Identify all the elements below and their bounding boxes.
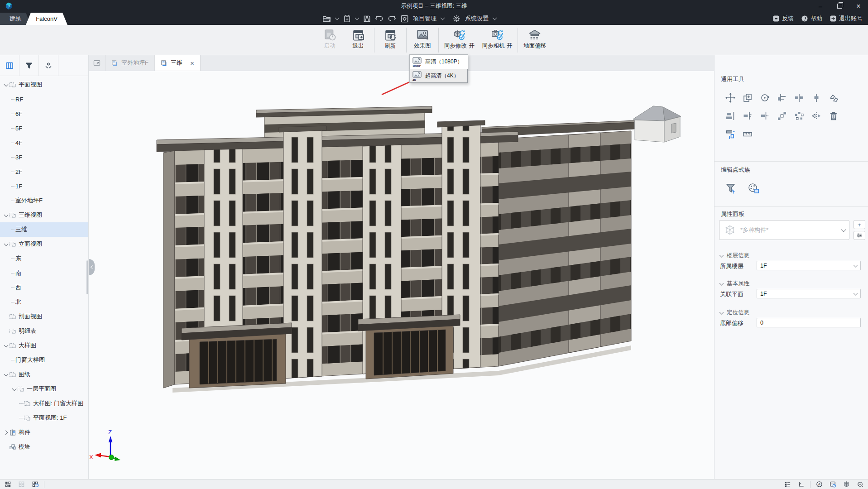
statusbar-grid-filled-button[interactable]: [5, 481, 11, 488]
floor-info-header[interactable]: 楼层信息: [720, 252, 749, 259]
bottom-offset-input[interactable]: 0: [757, 318, 861, 327]
position-info-header[interactable]: 定位信息: [720, 309, 749, 316]
statusbar-zoom-extents-button[interactable]: [857, 481, 863, 488]
chevron-down-icon[interactable]: [3, 243, 9, 245]
associated-plane-select[interactable]: 1F: [757, 289, 861, 298]
new-project-icon[interactable]: [343, 14, 351, 23]
tree-item-5F[interactable]: 5F: [0, 121, 88, 135]
render-image-button[interactable]: 效果图: [410, 27, 435, 50]
menu-item-hd-1080p[interactable]: 1080P 高清（1080P）: [410, 55, 468, 69]
sidebar-scrollbar[interactable]: [86, 260, 88, 294]
sync-modify-button[interactable]: 同步修改-开: [442, 27, 477, 50]
new-project-chevron-icon[interactable]: [355, 16, 360, 20]
statusbar-window-time-button[interactable]: [830, 481, 836, 488]
project-management-label[interactable]: 项目管理: [413, 14, 436, 23]
tool-rotate-button[interactable]: [756, 89, 773, 107]
logout-button[interactable]: 退出账号: [830, 14, 863, 23]
open-file-icon[interactable]: [322, 15, 331, 23]
view-cube[interactable]: [633, 106, 681, 142]
project-management-chevron-icon[interactable]: [441, 16, 445, 20]
chevron-right-icon[interactable]: [3, 431, 9, 434]
tree-item-4F[interactable]: 4F: [0, 135, 88, 150]
chevron-down-icon[interactable]: [3, 84, 9, 86]
undo-icon[interactable]: [375, 15, 384, 22]
save-icon[interactable]: [363, 15, 371, 23]
component-type-select[interactable]: *多种构件*: [719, 220, 849, 240]
tree-item-一层平面图[interactable]: 一层平面图: [0, 382, 88, 396]
sidebar-filter-button[interactable]: [19, 55, 39, 76]
tool-align-center-button[interactable]: [791, 89, 808, 107]
tree-item-RF[interactable]: RF: [0, 92, 88, 106]
tree-item-构件[interactable]: 构件: [0, 425, 88, 440]
tree-item-室外地坪F[interactable]: 室外地坪F: [0, 193, 88, 208]
tree-item-大样图: 门窗大样图[interactable]: 大样图: 门窗大样图: [0, 396, 88, 411]
open-file-chevron-icon[interactable]: [335, 16, 340, 20]
tree-item-北[interactable]: 北: [0, 295, 88, 309]
project-management-icon[interactable]: [400, 14, 409, 23]
statusbar-boundary-button[interactable]: [798, 481, 805, 488]
floor-select[interactable]: 1F: [757, 261, 861, 270]
tool-align-distribute-button[interactable]: [808, 89, 825, 107]
building-model[interactable]: Z X: [89, 71, 714, 479]
system-settings-icon[interactable]: [452, 14, 461, 23]
sidebar-locate-button[interactable]: [39, 55, 58, 76]
tree-item-图纸[interactable]: 图纸: [0, 367, 88, 382]
launch-button[interactable]: 启动: [317, 27, 342, 50]
tab-falconv[interactable]: FalconV: [26, 13, 67, 25]
redo-icon[interactable]: [388, 15, 396, 22]
chevron-down-icon[interactable]: [3, 345, 9, 347]
statusbar-grid-reset-button[interactable]: [32, 481, 38, 488]
tool-align-bottom-button[interactable]: [722, 107, 739, 125]
tool-mirror-button[interactable]: [808, 107, 825, 125]
chevron-down-icon[interactable]: [3, 374, 9, 376]
tree-item-剖面视图[interactable]: 剖面视图: [0, 309, 88, 324]
tree-item-大样图[interactable]: 大样图: [0, 338, 88, 353]
tool-copy-button[interactable]: [739, 89, 756, 107]
tree-item-平面视图: 1F[interactable]: 平面视图: 1F: [0, 411, 88, 425]
tab-architecture[interactable]: 建筑: [0, 13, 31, 25]
tree-item-2F[interactable]: 2F: [0, 164, 88, 179]
statusbar-auto-button[interactable]: [816, 481, 823, 488]
tree-item-南[interactable]: 南: [0, 266, 88, 280]
chevron-down-icon[interactable]: [3, 214, 9, 216]
refresh-button[interactable]: 刷新: [378, 27, 403, 50]
view-tab-3d[interactable]: 三维 ×: [155, 55, 201, 71]
statusbar-display-list-button[interactable]: [784, 481, 791, 488]
add-property-button[interactable]: +: [854, 220, 865, 229]
ground-offset-button[interactable]: 地面偏移: [521, 27, 548, 50]
sync-camera-button[interactable]: 同步相机-开: [480, 27, 515, 50]
tree-item-三维视图[interactable]: 三维视图: [0, 208, 88, 222]
statusbar-grid-outline-button[interactable]: [18, 481, 25, 488]
minimize-button[interactable]: –: [811, 0, 830, 12]
tool-move-button[interactable]: [722, 89, 739, 107]
property-settings-button[interactable]: [854, 231, 865, 240]
system-settings-chevron-icon[interactable]: [493, 16, 497, 20]
exit-button[interactable]: 退出: [345, 27, 371, 50]
tree-item-6F[interactable]: 6F: [0, 106, 88, 121]
sidebar-panel-button[interactable]: [0, 55, 19, 76]
restore-button[interactable]: [830, 0, 849, 12]
tool-array-linear-button[interactable]: [773, 107, 791, 125]
tree-item-明细表[interactable]: 明细表: [0, 324, 88, 338]
tool-array-radial-button[interactable]: [791, 107, 808, 125]
tool-delete-button[interactable]: [825, 107, 842, 125]
tool-align-corner-button[interactable]: [773, 89, 791, 107]
tree-item-三维[interactable]: 三维: [0, 222, 88, 237]
view-tab-site[interactable]: 室外地坪F: [106, 55, 155, 71]
tool-align-left-button[interactable]: [739, 107, 756, 125]
tree-item-西[interactable]: 西: [0, 280, 88, 295]
tree-item-门窗大样图[interactable]: 门窗大样图: [0, 353, 88, 367]
tree-item-1F[interactable]: 1F: [0, 179, 88, 193]
tool-offset-button[interactable]: [722, 125, 739, 143]
scene-3d[interactable]: Z X: [89, 71, 714, 479]
statusbar-solid-cube-button[interactable]: [843, 481, 850, 488]
system-settings-label[interactable]: 系统设置: [465, 14, 489, 23]
tree-item-立面视图[interactable]: 立面视图: [0, 237, 88, 251]
tree-item-3F[interactable]: 3F: [0, 150, 88, 164]
tool-align-right-button[interactable]: [756, 107, 773, 125]
chevron-down-icon[interactable]: [11, 388, 17, 390]
tool-measure-button[interactable]: [739, 125, 756, 143]
tool-match-button[interactable]: [825, 89, 842, 107]
help-button[interactable]: 帮助: [801, 14, 822, 23]
feedback-button[interactable]: 反馈: [772, 14, 794, 23]
